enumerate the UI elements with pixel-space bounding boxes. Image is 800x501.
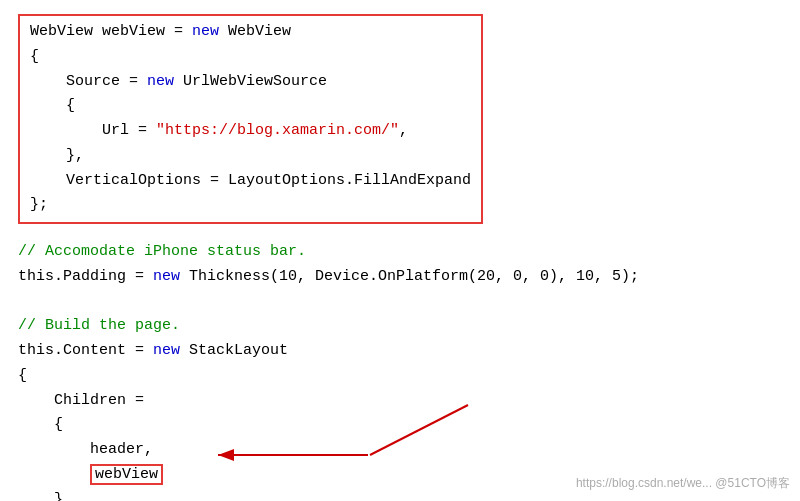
arrow-indicator — [118, 435, 378, 495]
comment-line-2: // Build the page. — [18, 317, 180, 334]
line-2: { — [30, 48, 39, 65]
highlighted-code-pre: WebView webView = new WebView { Source =… — [30, 20, 471, 218]
code-display: WebView webView = new WebView { Source =… — [0, 0, 800, 501]
line-4: { — [30, 97, 75, 114]
children-line: Children = — [18, 392, 144, 409]
line-5: Url = "https://blog.xamarin.com/", — [30, 122, 408, 139]
brace-open: { — [18, 367, 27, 384]
comment-line-1: // Accomodate iPhone status bar. — [18, 243, 306, 260]
highlighted-code-block: WebView webView = new WebView { Source =… — [18, 14, 483, 224]
rest-code-section: // Accomodate iPhone status bar. this.Pa… — [18, 240, 782, 501]
watermark: https://blog.csdn.net/we... @51CTO博客 — [576, 474, 790, 493]
line-7: VerticalOptions = LayoutOptions.FillAndE… — [30, 172, 471, 189]
inner-brace-close: } — [18, 491, 63, 502]
line-1: WebView webView = new WebView — [30, 23, 291, 40]
padding-line: this.Padding = new Thickness(10, Device.… — [18, 268, 639, 285]
children-brace: { — [18, 416, 63, 433]
content-line: this.Content = new StackLayout — [18, 342, 288, 359]
line-8: }; — [30, 196, 48, 213]
line-3: Source = new UrlWebViewSource — [30, 73, 327, 90]
line-6: }, — [30, 147, 84, 164]
